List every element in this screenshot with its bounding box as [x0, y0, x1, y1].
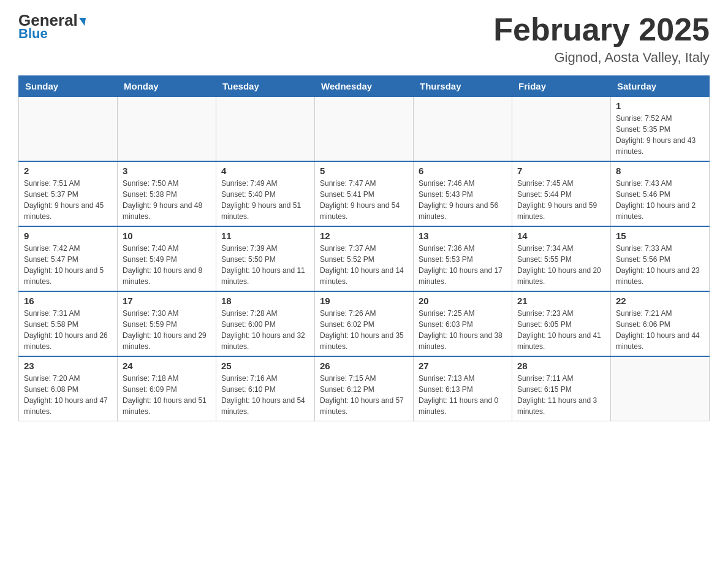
- page-header: General Blue February 2025 Gignod, Aosta…: [18, 12, 710, 66]
- day-number: 13: [419, 231, 507, 241]
- table-row: 1Sunrise: 7:52 AM Sunset: 5:35 PM Daylig…: [611, 97, 710, 162]
- calendar-week-row: 16Sunrise: 7:31 AM Sunset: 5:58 PM Dayli…: [19, 291, 710, 356]
- day-info: Sunrise: 7:43 AM Sunset: 5:46 PM Dayligh…: [616, 178, 704, 222]
- table-row: 27Sunrise: 7:13 AM Sunset: 6:13 PM Dayli…: [414, 356, 512, 421]
- table-row: 23Sunrise: 7:20 AM Sunset: 6:08 PM Dayli…: [19, 356, 118, 421]
- day-info: Sunrise: 7:23 AM Sunset: 6:05 PM Dayligh…: [517, 308, 605, 352]
- day-number: 21: [517, 296, 605, 306]
- table-row: 8Sunrise: 7:43 AM Sunset: 5:46 PM Daylig…: [611, 161, 710, 226]
- day-info: Sunrise: 7:15 AM Sunset: 6:12 PM Dayligh…: [320, 373, 408, 417]
- calendar-title: February 2025: [493, 12, 710, 47]
- day-info: Sunrise: 7:34 AM Sunset: 5:55 PM Dayligh…: [517, 243, 605, 287]
- table-row: 24Sunrise: 7:18 AM Sunset: 6:09 PM Dayli…: [118, 356, 216, 421]
- table-row: [315, 97, 414, 162]
- table-row: 6Sunrise: 7:46 AM Sunset: 5:43 PM Daylig…: [414, 161, 512, 226]
- day-info: Sunrise: 7:21 AM Sunset: 6:06 PM Dayligh…: [616, 308, 704, 352]
- day-number: 20: [419, 296, 507, 306]
- table-row: 4Sunrise: 7:49 AM Sunset: 5:40 PM Daylig…: [216, 161, 315, 226]
- table-row: 2Sunrise: 7:51 AM Sunset: 5:37 PM Daylig…: [19, 161, 118, 226]
- day-number: 25: [221, 361, 309, 371]
- table-row: [19, 97, 118, 162]
- day-number: 24: [123, 361, 211, 371]
- day-info: Sunrise: 7:37 AM Sunset: 5:52 PM Dayligh…: [320, 243, 408, 287]
- day-number: 7: [517, 166, 605, 176]
- logo-arrow-icon: [79, 18, 86, 26]
- table-row: 18Sunrise: 7:28 AM Sunset: 6:00 PM Dayli…: [216, 291, 315, 356]
- col-thursday: Thursday: [414, 76, 512, 97]
- day-number: 12: [320, 231, 408, 241]
- col-monday: Monday: [118, 76, 216, 97]
- day-info: Sunrise: 7:30 AM Sunset: 5:59 PM Dayligh…: [123, 308, 211, 352]
- day-info: Sunrise: 7:31 AM Sunset: 5:58 PM Dayligh…: [24, 308, 112, 352]
- calendar-table: Sunday Monday Tuesday Wednesday Thursday…: [18, 75, 710, 421]
- table-row: 3Sunrise: 7:50 AM Sunset: 5:38 PM Daylig…: [118, 161, 216, 226]
- day-number: 19: [320, 296, 408, 306]
- day-info: Sunrise: 7:49 AM Sunset: 5:40 PM Dayligh…: [221, 178, 309, 222]
- day-number: 27: [419, 361, 507, 371]
- day-info: Sunrise: 7:13 AM Sunset: 6:13 PM Dayligh…: [419, 373, 507, 417]
- day-info: Sunrise: 7:25 AM Sunset: 6:03 PM Dayligh…: [419, 308, 507, 352]
- day-info: Sunrise: 7:11 AM Sunset: 6:15 PM Dayligh…: [517, 373, 605, 417]
- day-number: 1: [616, 101, 704, 111]
- day-number: 18: [221, 296, 309, 306]
- calendar-week-row: 1Sunrise: 7:52 AM Sunset: 5:35 PM Daylig…: [19, 97, 710, 162]
- day-info: Sunrise: 7:46 AM Sunset: 5:43 PM Dayligh…: [419, 178, 507, 222]
- table-row: 11Sunrise: 7:39 AM Sunset: 5:50 PM Dayli…: [216, 226, 315, 291]
- table-row: 17Sunrise: 7:30 AM Sunset: 5:59 PM Dayli…: [118, 291, 216, 356]
- col-friday: Friday: [512, 76, 611, 97]
- day-number: 16: [24, 296, 112, 306]
- day-info: Sunrise: 7:50 AM Sunset: 5:38 PM Dayligh…: [123, 178, 211, 222]
- table-row: 7Sunrise: 7:45 AM Sunset: 5:44 PM Daylig…: [512, 161, 611, 226]
- logo: General Blue: [18, 12, 86, 42]
- day-info: Sunrise: 7:20 AM Sunset: 6:08 PM Dayligh…: [24, 373, 112, 417]
- day-info: Sunrise: 7:26 AM Sunset: 6:02 PM Dayligh…: [320, 308, 408, 352]
- day-info: Sunrise: 7:42 AM Sunset: 5:47 PM Dayligh…: [24, 243, 112, 287]
- day-info: Sunrise: 7:33 AM Sunset: 5:56 PM Dayligh…: [616, 243, 704, 287]
- day-info: Sunrise: 7:52 AM Sunset: 5:35 PM Dayligh…: [616, 113, 704, 157]
- col-sunday: Sunday: [19, 76, 118, 97]
- day-number: 9: [24, 231, 112, 241]
- logo-blue: Blue: [18, 26, 48, 42]
- day-number: 2: [24, 166, 112, 176]
- day-number: 14: [517, 231, 605, 241]
- col-saturday: Saturday: [611, 76, 710, 97]
- table-row: 5Sunrise: 7:47 AM Sunset: 5:41 PM Daylig…: [315, 161, 414, 226]
- table-row: 15Sunrise: 7:33 AM Sunset: 5:56 PM Dayli…: [611, 226, 710, 291]
- table-row: 28Sunrise: 7:11 AM Sunset: 6:15 PM Dayli…: [512, 356, 611, 421]
- day-info: Sunrise: 7:47 AM Sunset: 5:41 PM Dayligh…: [320, 178, 408, 222]
- day-number: 3: [123, 166, 211, 176]
- day-info: Sunrise: 7:45 AM Sunset: 5:44 PM Dayligh…: [517, 178, 605, 222]
- table-row: 21Sunrise: 7:23 AM Sunset: 6:05 PM Dayli…: [512, 291, 611, 356]
- table-row: 10Sunrise: 7:40 AM Sunset: 5:49 PM Dayli…: [118, 226, 216, 291]
- day-number: 8: [616, 166, 704, 176]
- day-info: Sunrise: 7:39 AM Sunset: 5:50 PM Dayligh…: [221, 243, 309, 287]
- calendar-week-row: 9Sunrise: 7:42 AM Sunset: 5:47 PM Daylig…: [19, 226, 710, 291]
- table-row: 12Sunrise: 7:37 AM Sunset: 5:52 PM Dayli…: [315, 226, 414, 291]
- day-number: 10: [123, 231, 211, 241]
- table-row: 20Sunrise: 7:25 AM Sunset: 6:03 PM Dayli…: [414, 291, 512, 356]
- day-info: Sunrise: 7:18 AM Sunset: 6:09 PM Dayligh…: [123, 373, 211, 417]
- day-info: Sunrise: 7:28 AM Sunset: 6:00 PM Dayligh…: [221, 308, 309, 352]
- calendar-subtitle: Gignod, Aosta Valley, Italy: [493, 50, 710, 66]
- day-number: 17: [123, 296, 211, 306]
- day-number: 23: [24, 361, 112, 371]
- table-row: [216, 97, 315, 162]
- day-number: 26: [320, 361, 408, 371]
- day-number: 5: [320, 166, 408, 176]
- col-wednesday: Wednesday: [315, 76, 414, 97]
- calendar-week-row: 2Sunrise: 7:51 AM Sunset: 5:37 PM Daylig…: [19, 161, 710, 226]
- table-row: 25Sunrise: 7:16 AM Sunset: 6:10 PM Dayli…: [216, 356, 315, 421]
- day-number: 15: [616, 231, 704, 241]
- calendar-title-block: February 2025 Gignod, Aosta Valley, Ital…: [493, 12, 710, 66]
- day-info: Sunrise: 7:40 AM Sunset: 5:49 PM Dayligh…: [123, 243, 211, 287]
- table-row: 13Sunrise: 7:36 AM Sunset: 5:53 PM Dayli…: [414, 226, 512, 291]
- day-number: 22: [616, 296, 704, 306]
- table-row: [414, 97, 512, 162]
- table-row: [611, 356, 710, 421]
- day-info: Sunrise: 7:16 AM Sunset: 6:10 PM Dayligh…: [221, 373, 309, 417]
- table-row: [118, 97, 216, 162]
- table-row: 26Sunrise: 7:15 AM Sunset: 6:12 PM Dayli…: [315, 356, 414, 421]
- table-row: 22Sunrise: 7:21 AM Sunset: 6:06 PM Dayli…: [611, 291, 710, 356]
- calendar-week-row: 23Sunrise: 7:20 AM Sunset: 6:08 PM Dayli…: [19, 356, 710, 421]
- col-tuesday: Tuesday: [216, 76, 315, 97]
